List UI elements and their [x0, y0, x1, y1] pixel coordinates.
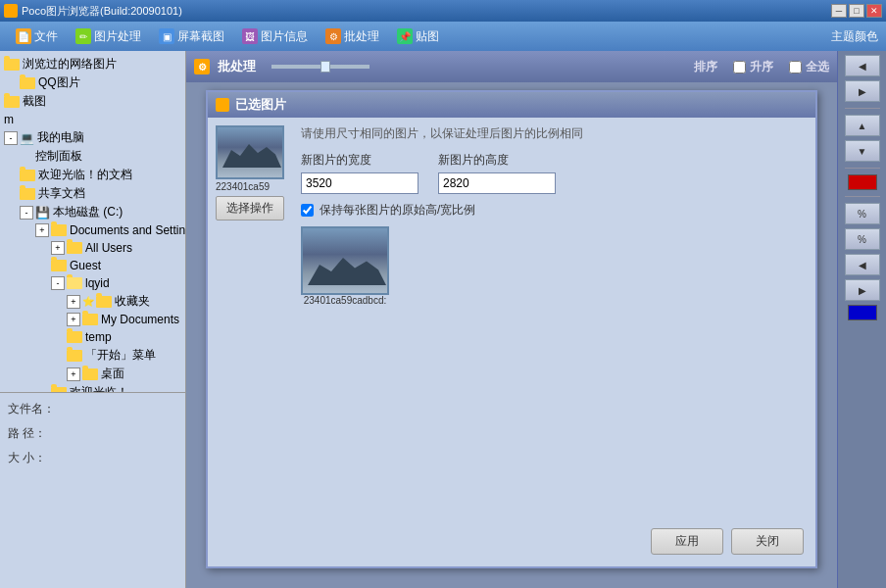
dimensions-row: 新图片的宽度 新图片的高度	[301, 152, 808, 194]
all-checkbox[interactable]	[789, 61, 802, 74]
right-btn-2[interactable]: ▶	[845, 80, 880, 102]
expand-icon[interactable]: +	[67, 313, 80, 326]
form-area: 请使用尺寸相同的图片，以保证处理后图片的比例相同 新图片的宽度 新图片的高度	[301, 125, 808, 306]
item-label: Guest	[70, 259, 101, 272]
sidebar-item-shared-docs[interactable]: 共享文档	[0, 184, 185, 203]
right-btn-5[interactable]: %	[845, 203, 880, 224]
asc-label: 升序	[750, 59, 773, 75]
width-label: 新图片的宽度	[301, 152, 418, 169]
dialog-icon	[216, 98, 229, 112]
maximize-button[interactable]: □	[849, 4, 864, 18]
folder-icon	[82, 368, 98, 380]
right-btn-4[interactable]: ▼	[845, 140, 880, 162]
sidebar-item-favorites[interactable]: + ⭐ 收藏夹	[0, 292, 185, 311]
preview-image-1	[301, 226, 389, 295]
app-icon	[4, 4, 18, 18]
folder-icon	[96, 296, 112, 308]
sidebar-item-controlpanel[interactable]: 控制面板	[0, 147, 185, 166]
thumb-image-inner	[218, 127, 282, 177]
menu-paste[interactable]: 📌 贴图	[389, 25, 447, 48]
sidebar-item-lqyid[interactable]: - lqyid	[0, 274, 185, 292]
sidebar-item-desktop[interactable]: + 桌面	[0, 365, 185, 383]
folder-icon	[51, 260, 67, 271]
sidebar-item-m[interactable]: m	[0, 111, 185, 128]
dialog-buttons: 应用 关闭	[651, 528, 804, 555]
content-area: ⚙ 批处理 排序 升序 全选 已选图片	[186, 51, 837, 588]
theme-selector[interactable]: 主题颜色	[831, 28, 878, 45]
apply-button[interactable]: 应用	[651, 528, 723, 555]
all-checkbox-group[interactable]: 全选	[789, 59, 829, 75]
sidebar-item-welcome[interactable]: 欢迎光临！	[0, 383, 185, 392]
item-label: m	[4, 113, 14, 126]
sidebar-item-mycomputer[interactable]: - 💻 我的电脑	[0, 128, 185, 147]
select-op-button[interactable]: 选择操作	[216, 196, 284, 220]
edit-icon: ✏	[75, 28, 91, 44]
expand-icon[interactable]: -	[4, 131, 18, 145]
expand-icon[interactable]: -	[51, 276, 65, 290]
sidebar-item-welcome-docs[interactable]: 欢迎光临！的文档	[0, 166, 185, 184]
info-icon: 🖼	[242, 28, 258, 44]
sidebar-item-temp[interactable]: temp	[0, 328, 185, 346]
menu-edit[interactable]: ✏ 图片处理	[68, 25, 149, 48]
sidebar-item-c-drive[interactable]: - 💾 本地磁盘 (C:)	[0, 203, 185, 221]
close-button[interactable]: ✕	[866, 4, 882, 18]
asc-checkbox[interactable]	[733, 61, 746, 74]
expand-icon[interactable]: +	[67, 368, 80, 381]
filename-row: 文件名：	[8, 397, 177, 421]
item-label: temp	[85, 330, 112, 344]
menu-capture[interactable]: ▣ 屏幕截图	[151, 25, 232, 48]
folder-icon	[67, 277, 82, 289]
folder-icon	[67, 242, 82, 254]
keep-ratio-row[interactable]: 保持每张图片的原始高/宽比例	[301, 202, 808, 219]
menu-bar: 📄 文件 ✏ 图片处理 ▣ 屏幕截图 🖼 图片信息 ⚙ 批处理 📌 贴图 主题颜…	[0, 22, 886, 51]
sidebar-item-guest[interactable]: Guest	[0, 257, 185, 274]
right-btn-1[interactable]: ◀	[845, 55, 880, 76]
batch-icon: ⚙	[194, 59, 210, 74]
slider-thumb[interactable]	[320, 61, 330, 73]
menu-info[interactable]: 🖼 图片信息	[234, 25, 316, 48]
item-label: 「开始」菜单	[85, 347, 156, 364]
right-btn-3[interactable]: ▲	[845, 115, 880, 136]
width-input[interactable]	[301, 172, 418, 194]
right-btn-7[interactable]: ◀	[845, 254, 880, 275]
folder-icon	[51, 224, 67, 236]
sidebar-item-browsed[interactable]: 浏览过的网络图片	[0, 55, 185, 74]
menu-batch[interactable]: ⚙ 批处理	[318, 25, 387, 48]
right-btn-8[interactable]: ▶	[845, 279, 880, 301]
expand-icon[interactable]: +	[35, 223, 49, 237]
color-red[interactable]	[848, 174, 877, 190]
sidebar-item-my-documents[interactable]: + My Documents	[0, 311, 185, 328]
expand-icon[interactable]: -	[20, 206, 33, 220]
height-input[interactable]	[438, 172, 556, 194]
expand-icon[interactable]: +	[51, 241, 65, 255]
minimize-button[interactable]: ─	[831, 4, 847, 18]
item-label: My Documents	[101, 313, 179, 326]
batch-icon: ⚙	[325, 28, 341, 44]
folder-icon	[51, 387, 67, 393]
folder-icon	[20, 170, 35, 181]
color-blue[interactable]	[848, 305, 877, 320]
menu-batch-label: 批处理	[344, 28, 379, 45]
asc-checkbox-group[interactable]: 升序	[733, 59, 773, 75]
sidebar-item-startmenu[interactable]: 「开始」菜单	[0, 346, 185, 365]
menu-file-label: 文件	[34, 28, 58, 45]
batch-title: 批处理	[218, 58, 256, 75]
item-label: QQ图片	[38, 74, 80, 91]
batch-controls: 排序 升序 全选	[694, 59, 829, 75]
sidebar-item-all-users[interactable]: + All Users	[0, 239, 185, 257]
item-label: lqyid	[85, 276, 110, 290]
expand-icon[interactable]: +	[67, 295, 80, 309]
menu-file[interactable]: 📄 文件	[8, 25, 66, 48]
item-label: 桌面	[101, 366, 124, 382]
title-bar-controls[interactable]: ─ □ ✕	[831, 4, 882, 18]
dialog-title: 已选图片	[235, 96, 286, 114]
folder-icon	[4, 59, 20, 71]
sidebar-item-qq[interactable]: QQ图片	[0, 74, 185, 92]
sidebar-item-screenshot[interactable]: 截图	[0, 92, 185, 111]
keep-ratio-checkbox[interactable]	[301, 204, 314, 217]
sidebar-tree[interactable]: 浏览过的网络图片 QQ图片 截图 m - 💻 我的电脑	[0, 51, 185, 392]
close-dialog-button[interactable]: 关闭	[731, 528, 804, 555]
sidebar-item-documents-settings[interactable]: + Documents and Settings	[0, 221, 185, 239]
right-btn-6[interactable]: %	[845, 228, 880, 250]
batch-slider[interactable]	[271, 65, 369, 69]
